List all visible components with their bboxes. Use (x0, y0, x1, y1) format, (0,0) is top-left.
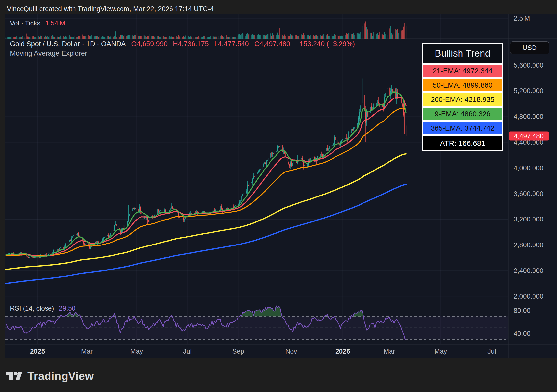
chart-canvas[interactable]: 5,600.0005,200.0004,800.0004,400.0004,00… (5, 14, 557, 358)
tradingview-logo[interactable]: TradingView (6, 370, 94, 383)
candle-body (118, 226, 118, 228)
candle-body (275, 152, 275, 153)
volume-bar (288, 36, 289, 39)
volume-bar (19, 37, 20, 39)
volume-bar (131, 35, 131, 39)
volume-bar (297, 36, 298, 39)
volume-bar (83, 36, 84, 39)
candle-body (321, 154, 322, 154)
candle-body (84, 244, 85, 245)
volume-bar (225, 36, 225, 39)
volume-bar (35, 37, 36, 39)
volume-bar (282, 35, 283, 39)
time-tick-label: 2025 (30, 348, 45, 355)
volume-bar (313, 35, 314, 39)
candle-body (306, 165, 306, 166)
candle-body (331, 145, 331, 146)
volume-bar (72, 37, 73, 39)
volume-bar (377, 33, 378, 39)
volume-bar (28, 37, 29, 39)
volume-bar (354, 35, 355, 39)
volume-bar (135, 35, 136, 39)
volume-bar (347, 34, 348, 39)
volume-bar (182, 37, 183, 39)
volume-bar (46, 37, 47, 39)
volume-bar (212, 36, 212, 39)
candle-body (72, 236, 73, 238)
volume-bar (104, 37, 105, 39)
candle-body (312, 157, 312, 158)
volume-bar (68, 36, 68, 39)
price-axis[interactable]: 5,600.0005,200.0004,800.0004,400.0004,00… (514, 15, 543, 337)
volume-bar (201, 37, 202, 39)
candle-body (251, 182, 252, 183)
candle-body (137, 209, 137, 209)
candle-body (283, 152, 284, 152)
chart-widget[interactable]: 5,600.0005,200.0004,800.0004,400.0004,00… (5, 14, 557, 358)
candle-body (12, 252, 12, 253)
volume-bar (320, 35, 321, 39)
candle-body (48, 254, 49, 255)
volume-bar (157, 36, 158, 39)
candle-body (53, 250, 54, 253)
volume-bar (306, 36, 306, 39)
volume-bar (290, 34, 291, 39)
time-tick-label: Sep (232, 348, 244, 355)
volume-bar (82, 35, 83, 39)
candle-body (66, 244, 67, 244)
volume-bar (15, 37, 16, 39)
candle-wick (87, 242, 87, 245)
volume-bar (340, 36, 341, 39)
volume-bar (356, 33, 356, 39)
volume-bar (385, 34, 386, 39)
volume-bar (263, 35, 264, 39)
candle-body (271, 154, 272, 154)
time-axis[interactable]: 2025MarMayJulSepNov2026MarMayJul (30, 348, 496, 355)
candle-wick (236, 202, 236, 208)
currency-button[interactable]: USD (510, 41, 549, 54)
volume-bar (371, 33, 372, 39)
volume-bar (176, 36, 177, 39)
volume-bar (238, 34, 239, 39)
volume-bar (195, 37, 196, 39)
candle-body (96, 242, 97, 242)
candle-body (51, 253, 52, 254)
volume-bar (269, 34, 269, 39)
volume-bar (366, 27, 367, 39)
candle-body (138, 209, 139, 211)
volume-bar (378, 35, 379, 39)
volume-bar (327, 34, 328, 39)
volume-bar (279, 28, 280, 39)
candle-wick (51, 251, 51, 254)
volume-bar (246, 34, 247, 39)
candle-body (247, 185, 248, 191)
volume-bar (29, 37, 30, 39)
volume-bar (287, 35, 287, 39)
volume-bar (141, 36, 142, 39)
volume-bar (187, 37, 187, 39)
candle-body (89, 246, 90, 248)
volume-bar (388, 35, 388, 39)
candle-body (273, 153, 274, 154)
candle-body (33, 257, 34, 258)
volume-bar (54, 37, 55, 39)
candle-body (242, 194, 243, 196)
volume-bar (118, 36, 118, 39)
time-gridlines (38, 14, 492, 344)
volume-bar (406, 26, 406, 39)
volume-bar (196, 37, 197, 39)
volume-bar (248, 34, 249, 39)
candle-body (162, 210, 162, 212)
candle-body (328, 149, 329, 150)
candle-body (240, 201, 241, 201)
volume-bar (179, 36, 180, 39)
volume-bar (139, 36, 140, 39)
candle-body (59, 248, 60, 249)
candle-body (125, 225, 125, 228)
volume-bar (335, 35, 336, 39)
volume-bar (391, 33, 392, 39)
volume-bar (202, 37, 203, 39)
candle-body (190, 213, 191, 214)
volume-bar (237, 36, 237, 39)
candle-body (351, 129, 352, 133)
